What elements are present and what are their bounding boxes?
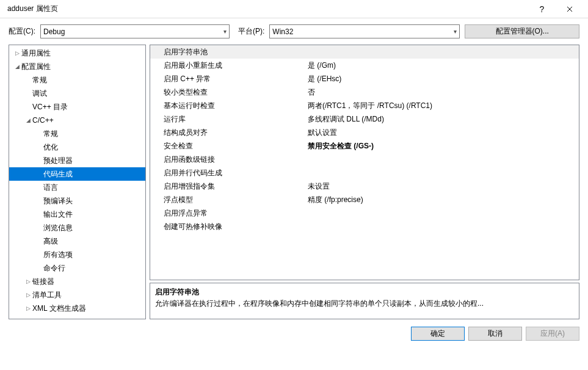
close-button[interactable]	[556, 0, 583, 18]
property-value: 是 (/EHsc)	[305, 74, 579, 84]
tree-item[interactable]: 所有选项	[9, 248, 145, 261]
tree-item[interactable]: ▷链接器	[9, 275, 145, 288]
platform-select[interactable]: Win32 ▾	[269, 24, 460, 38]
tree-item[interactable]: 高级	[9, 234, 145, 248]
help-button[interactable]: ?	[528, 0, 556, 18]
tree-item[interactable]: 常规	[9, 127, 145, 140]
tree-expand-icon: ▷	[24, 305, 32, 311]
property-name: 启用函数级链接	[150, 154, 305, 165]
tree-item-label: 高级	[43, 236, 58, 247]
description-panel: 启用字符串池 允许编译器在执行过程中，在程序映像和内存中创建相同字符串的单个只读…	[150, 283, 579, 319]
tree-expand-icon: ▷	[13, 50, 21, 56]
property-row[interactable]: 浮点模型精度 (/fp:precise)	[150, 193, 579, 206]
tree-item-label: 语言	[43, 183, 58, 193]
property-name: 启用增强指令集	[150, 181, 305, 192]
description-title: 启用字符串池	[155, 287, 574, 297]
chevron-down-icon: ▾	[454, 28, 457, 35]
tree-item-label: 调试	[32, 89, 47, 99]
description-text: 允许编译器在执行过程中，在程序映像和内存中创建相同字符串的单个只读副本，从而生成…	[155, 299, 574, 309]
property-value: 未设置	[305, 181, 579, 192]
tree-item[interactable]: 代码生成	[9, 167, 145, 181]
tree-item[interactable]: 优化	[9, 140, 145, 154]
property-value: 是 (/Gm)	[305, 60, 579, 71]
tree-item-label: 预处理器	[43, 156, 73, 166]
tree-item[interactable]: 命令行	[9, 261, 145, 275]
tree-item-label: 清单工具	[32, 290, 62, 300]
tree-item-label: 常规	[32, 75, 47, 85]
cancel-button[interactable]: 取消	[468, 327, 522, 341]
dialog-footer: 确定 取消 应用(A)	[0, 319, 588, 348]
apply-button[interactable]: 应用(A)	[526, 327, 579, 341]
property-row[interactable]: 启用增强指令集未设置	[150, 180, 579, 193]
property-value: 否	[305, 87, 579, 98]
property-value: 默认设置	[305, 128, 579, 138]
tree-item-label: 预编译头	[43, 196, 73, 206]
tree-item[interactable]: 浏览信息	[9, 221, 145, 234]
tree-item[interactable]: 预编译头	[9, 194, 145, 208]
property-row[interactable]: 启用 C++ 异常是 (/EHsc)	[150, 72, 579, 85]
property-name: 启用 C++ 异常	[150, 74, 305, 84]
config-row: 配置(C): Debug ▾ 平台(P): Win32 ▾ 配置管理器(O)..…	[9, 24, 579, 38]
tree-item[interactable]: ◢C/C++	[9, 114, 145, 127]
property-name: 安全检查	[150, 141, 305, 151]
title-bar: adduser 属性页 ?	[0, 0, 588, 18]
config-manager-button[interactable]: 配置管理器(O)...	[465, 24, 579, 38]
window-title: adduser 属性页	[5, 4, 528, 14]
tree-item-label: 配置属性	[21, 62, 51, 72]
close-icon	[567, 6, 573, 12]
platform-value: Win32	[272, 27, 293, 36]
property-row[interactable]: 创建可热修补映像	[150, 220, 579, 233]
config-label: 配置(C):	[9, 26, 35, 37]
property-row[interactable]: 启用函数级链接	[150, 153, 579, 166]
property-row[interactable]: 较小类型检查否	[150, 85, 579, 99]
config-value: Debug	[43, 27, 65, 36]
tree-item-label: VC++ 目录	[32, 102, 68, 112]
property-name: 较小类型检查	[150, 87, 305, 98]
property-row[interactable]: 基本运行时检查两者(/RTC1，等同于 /RTCsu) (/RTC1)	[150, 99, 579, 112]
property-row[interactable]: 启用并行代码生成	[150, 166, 579, 180]
chevron-down-icon: ▾	[223, 28, 227, 35]
tree-expand-icon: ◢	[24, 117, 32, 123]
property-value: 精度 (/fp:precise)	[305, 195, 579, 205]
tree-expand-icon: ▷	[24, 292, 32, 298]
tree-item-label: XML 文档生成器	[32, 303, 86, 314]
property-name: 启用并行代码生成	[150, 168, 305, 178]
tree-item-label: 输出文件	[43, 209, 73, 220]
property-name: 创建可热修补映像	[150, 222, 305, 232]
property-row[interactable]: 结构成员对齐默认设置	[150, 126, 579, 139]
platform-label: 平台(P):	[238, 26, 264, 37]
property-row[interactable]: 安全检查禁用安全检查 (/GS-)	[150, 139, 579, 153]
property-grid[interactable]: 启用字符串池启用最小重新生成是 (/Gm)启用 C++ 异常是 (/EHsc)较…	[150, 45, 579, 280]
config-select[interactable]: Debug ▾	[40, 24, 230, 38]
property-name: 运行库	[150, 114, 305, 125]
property-row[interactable]: 启用字符串池	[150, 45, 579, 59]
property-row[interactable]: 运行库多线程调试 DLL (/MDd)	[150, 112, 579, 126]
tree-item-label: 命令行	[43, 263, 65, 274]
property-name: 启用字符串池	[150, 47, 305, 57]
tree-item[interactable]: ▷清单工具	[9, 288, 145, 302]
tree-item-label: 浏览信息	[43, 223, 73, 233]
property-value: 两者(/RTC1，等同于 /RTCsu) (/RTC1)	[305, 101, 579, 111]
tree-item[interactable]: VC++ 目录	[9, 100, 145, 114]
tree-item[interactable]: ▷XML 文档生成器	[9, 302, 145, 315]
tree-item[interactable]: ▷通用属性	[9, 46, 145, 60]
tree-item-label: 优化	[43, 142, 58, 153]
tree-item[interactable]: 语言	[9, 181, 145, 194]
tree-expand-icon: ◢	[13, 63, 21, 70]
property-row[interactable]: 启用最小重新生成是 (/Gm)	[150, 59, 579, 72]
tree-item[interactable]: 调试	[9, 87, 145, 100]
tree-item[interactable]: 输出文件	[9, 208, 145, 221]
tree-expand-icon: ▷	[24, 278, 32, 285]
property-name: 启用最小重新生成	[150, 60, 305, 71]
tree-item[interactable]: 预处理器	[9, 154, 145, 167]
property-row[interactable]: 启用浮点异常	[150, 206, 579, 220]
ok-button[interactable]: 确定	[411, 327, 465, 341]
tree-item-label: 代码生成	[43, 169, 73, 180]
tree-item-label: 常规	[43, 129, 58, 139]
property-name: 结构成员对齐	[150, 128, 305, 138]
tree-item[interactable]: 常规	[9, 73, 145, 87]
category-tree[interactable]: ▷通用属性◢配置属性常规调试VC++ 目录◢C/C++常规优化预处理器代码生成语…	[9, 45, 146, 319]
property-name: 启用浮点异常	[150, 208, 305, 219]
property-value: 多线程调试 DLL (/MDd)	[305, 114, 579, 125]
tree-item[interactable]: ◢配置属性	[9, 60, 145, 73]
